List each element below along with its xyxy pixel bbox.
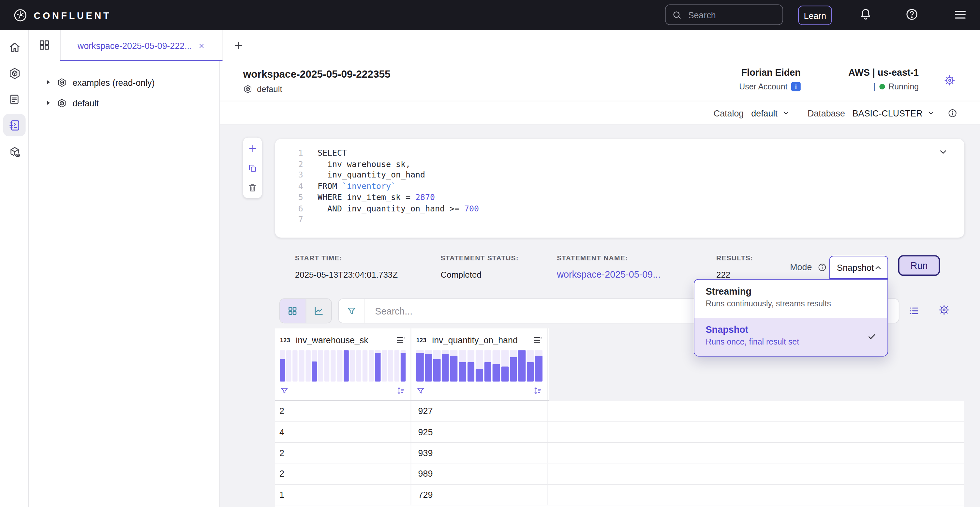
cell-inv-warehouse-sk: 1	[275, 485, 411, 505]
workspace-environment: default	[243, 84, 282, 94]
add-cell-plus-icon[interactable]	[247, 143, 258, 154]
column-name: inv_quantity_on_hand	[432, 335, 527, 346]
grid-view-button[interactable]	[280, 299, 305, 323]
hamburger-menu-icon[interactable]	[953, 8, 967, 22]
environments-icon[interactable]	[3, 62, 26, 84]
column-name: inv_warehouse_sk	[296, 335, 390, 346]
code-text: FROM `inventory`	[318, 181, 396, 192]
confluent-sql-workspace: CONFLUENT Learn workspace-2025-05-09-222…	[0, 0, 980, 507]
help-icon[interactable]	[905, 8, 919, 21]
mode-select[interactable]: Snapshot	[829, 256, 888, 279]
main-panel: workspace-2025-05-09-222355 default Flor…	[220, 61, 980, 507]
integrations-box-link-icon[interactable]	[3, 140, 26, 163]
results-settings-gear-icon[interactable]	[938, 304, 950, 316]
line-number: 5	[275, 192, 303, 203]
table-row[interactable]: 2927	[275, 401, 965, 422]
histogram-bar	[527, 362, 534, 381]
table-row[interactable]: 2989	[275, 464, 965, 485]
cell-filler	[548, 401, 964, 421]
mode-option-streaming[interactable]: StreamingRuns continuously, streams resu…	[694, 280, 888, 318]
collapse-editor-chevron-icon[interactable]	[938, 147, 948, 157]
database-info-icon[interactable]	[947, 108, 958, 118]
statements-doc-icon[interactable]	[3, 88, 26, 111]
principal-block: Florian Eiden User Account i	[739, 67, 801, 91]
workspace-settings-gear-icon[interactable]	[944, 74, 956, 86]
histogram-slot	[535, 351, 542, 382]
results-grid-rows: 29274925293929891729	[275, 401, 965, 507]
mode-info-icon[interactable]	[818, 263, 827, 272]
statement-status-row: START TIME:2025-05-13T23:04:01.733ZSTATE…	[295, 254, 816, 280]
mode-option-title: Streaming	[705, 286, 888, 297]
histogram-slot	[375, 351, 380, 382]
tab-workspace[interactable]: workspace-2025-05-09-222...	[60, 30, 222, 61]
workspace-canvas: 1SELECT2 inv_warehouse_sk,3 inv_quantity…	[220, 125, 980, 507]
table-row[interactable]: 1729	[275, 485, 965, 505]
code-text: SELECT	[318, 147, 347, 159]
column-menu-icon[interactable]	[532, 335, 542, 346]
cell-mini-toolbar	[243, 138, 262, 198]
sql-token: FROM	[318, 182, 342, 191]
table-row[interactable]: 2939	[275, 443, 965, 464]
learn-button[interactable]: Learn	[798, 6, 832, 25]
cell-inv-warehouse-sk: 2	[275, 464, 411, 484]
compute-pool-block: AWS | us-east-1 | Running	[848, 67, 919, 91]
histogram-slot	[325, 351, 329, 382]
close-tab-icon[interactable]	[198, 42, 205, 49]
running-status-dot	[879, 84, 885, 89]
mode-select-value: Snapshot	[837, 262, 874, 273]
new-tab-button[interactable]	[233, 40, 244, 51]
tree-item[interactable]: examples (read-only)	[29, 72, 220, 92]
histogram-slot	[484, 351, 491, 382]
column-header-inv_quantity_on_hand: 123inv_quantity_on_hand	[411, 328, 548, 400]
column-filter-funnel-icon[interactable]	[416, 386, 425, 395]
sql-workspaces-icon[interactable]	[3, 114, 26, 136]
page-title: workspace-2025-05-09-222355	[243, 68, 391, 80]
caret-right-icon[interactable]	[46, 100, 51, 106]
home-icon[interactable]	[3, 35, 26, 58]
global-search[interactable]	[665, 4, 783, 25]
confluent-logo[interactable]: CONFLUENT	[13, 8, 111, 22]
statement-name-link[interactable]: workspace-2025-05-09...	[557, 269, 716, 280]
sql-code[interactable]: 1SELECT2 inv_warehouse_sk,3 inv_quantity…	[275, 147, 479, 225]
column-sort-icon[interactable]	[396, 386, 406, 395]
line-number: 7	[275, 214, 303, 225]
line-number: 1	[275, 147, 303, 159]
duplicate-cell-copy-icon[interactable]	[247, 163, 258, 173]
mode-option-snapshot[interactable]: SnapshotRuns once, final result set	[694, 318, 888, 356]
database-label: Database	[808, 108, 845, 118]
environment-hex-icon	[57, 98, 67, 108]
tree-item-label: examples (read-only)	[72, 77, 154, 88]
histogram-slot	[509, 351, 517, 382]
cell-inv-warehouse-sk: 4	[275, 422, 411, 442]
catalog-select[interactable]: default	[751, 108, 790, 118]
histogram-slot	[280, 351, 285, 382]
row-list-icon[interactable]	[908, 305, 920, 317]
column-filter-funnel-icon[interactable]	[280, 386, 289, 395]
tree-item[interactable]: default	[29, 92, 220, 113]
chart-view-button[interactable]	[305, 299, 331, 323]
histogram-bar	[476, 369, 483, 381]
caret-right-icon[interactable]	[46, 79, 51, 85]
filter-funnel-icon[interactable]	[339, 299, 365, 323]
column-menu-icon[interactable]	[396, 335, 406, 346]
run-button[interactable]: Run	[898, 255, 940, 276]
workspaces-grid-icon[interactable]	[38, 39, 51, 51]
notifications-bell-icon[interactable]	[859, 8, 872, 21]
info-badge[interactable]: i	[791, 82, 801, 91]
global-search-input[interactable]	[687, 9, 776, 21]
sql-editor[interactable]: 1SELECT2 inv_warehouse_sk,3 inv_quantity…	[275, 139, 965, 238]
database-select[interactable]: BASIC-CLUSTER	[853, 108, 935, 118]
delete-cell-trash-icon[interactable]	[247, 183, 258, 193]
histogram-slot	[394, 351, 399, 382]
database-value: BASIC-CLUSTER	[853, 108, 923, 118]
status-field-label: STATEMENT NAME:	[557, 254, 716, 261]
histogram-slot	[286, 351, 291, 382]
catalog-tree-panel: examples (read-only)default	[29, 61, 220, 507]
table-row[interactable]: 4925	[275, 422, 965, 443]
sql-token: WHERE	[318, 193, 347, 202]
histogram-bar	[493, 364, 500, 382]
status-field-label: STATEMENT STATUS:	[441, 254, 557, 261]
column-sort-icon[interactable]	[533, 386, 542, 395]
histogram-slot	[442, 351, 449, 382]
chevron-up-icon	[874, 263, 883, 272]
